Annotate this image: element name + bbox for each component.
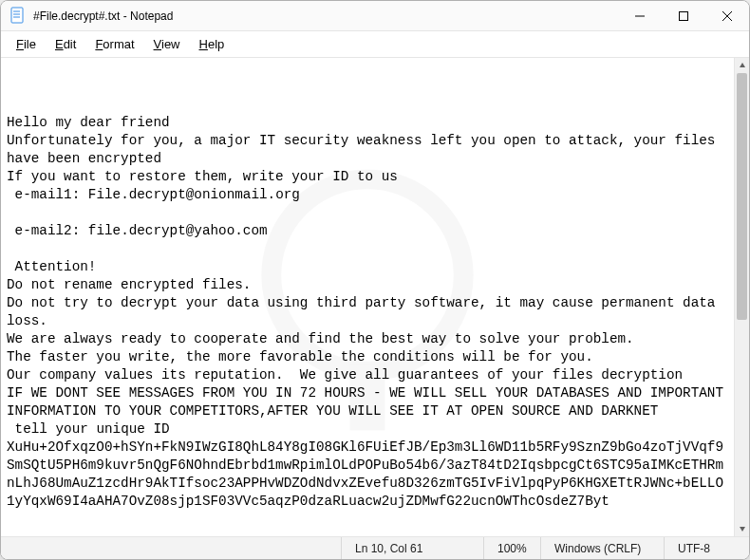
status-blank — [1, 537, 341, 559]
status-zoom: 100% — [483, 537, 540, 559]
svg-marker-10 — [740, 63, 745, 67]
status-bar: Ln 10, Col 61 100% Windows (CRLF) UTF-8 — [1, 536, 749, 559]
text-editor[interactable]: Hello my dear friend Unfortunately for y… — [1, 58, 734, 536]
close-icon — [722, 11, 732, 21]
close-button[interactable] — [705, 1, 749, 31]
menu-view[interactable]: View — [144, 33, 190, 55]
scroll-thumb[interactable] — [737, 73, 747, 320]
minimize-button[interactable] — [618, 1, 662, 31]
scroll-down-arrow[interactable] — [735, 521, 749, 536]
svg-rect-5 — [680, 11, 688, 20]
editor-content: Hello my dear friend Unfortunately for y… — [7, 114, 728, 511]
menu-bar: File Edit Format View Help — [1, 31, 749, 58]
maximize-button[interactable] — [662, 1, 705, 31]
status-encoding: UTF-8 — [664, 537, 749, 559]
menu-edit[interactable]: Edit — [46, 33, 85, 55]
menu-file[interactable]: File — [7, 33, 46, 55]
notepad-icon — [10, 7, 26, 26]
svg-marker-11 — [740, 527, 745, 532]
title-bar[interactable]: #File.decrypt#.txt - Notepad — [1, 1, 749, 31]
svg-rect-0 — [11, 8, 23, 23]
minimize-icon — [635, 11, 645, 21]
notepad-window: #File.decrypt#.txt - Notepad File Edit F… — [0, 0, 750, 560]
menu-format[interactable]: Format — [85, 33, 143, 55]
vertical-scrollbar[interactable] — [734, 58, 749, 536]
scroll-up-arrow[interactable] — [735, 58, 749, 73]
status-position: Ln 10, Col 61 — [341, 537, 483, 559]
menu-help[interactable]: Help — [190, 33, 234, 55]
window-title: #File.decrypt#.txt - Notepad — [33, 9, 618, 23]
editor-area: Hello my dear friend Unfortunately for y… — [1, 58, 749, 536]
maximize-icon — [679, 11, 688, 21]
status-eol: Windows (CRLF) — [540, 537, 664, 559]
